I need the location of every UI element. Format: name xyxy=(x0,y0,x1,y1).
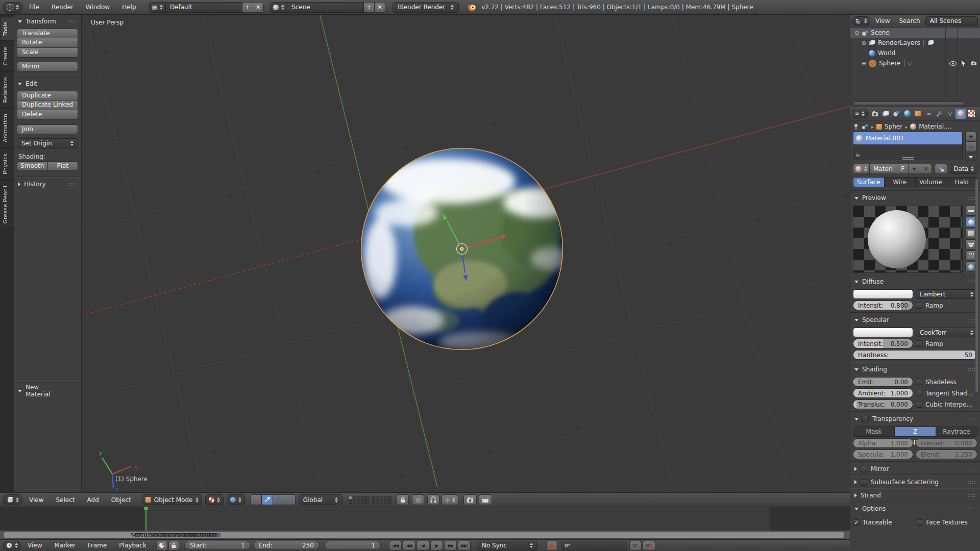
pin-icon[interactable] xyxy=(853,123,859,130)
tab-object-data[interactable]: ▽ xyxy=(945,109,955,119)
jump-to-end-button[interactable]: ▶▶| xyxy=(458,541,471,550)
layer-toggle[interactable] xyxy=(361,500,364,504)
duplicate-button[interactable]: Duplicate xyxy=(17,91,78,101)
history-panel-header[interactable]: History :::: xyxy=(14,177,81,190)
material-specials-button[interactable] xyxy=(965,153,976,161)
tab-world[interactable] xyxy=(902,109,912,119)
toolshelf-tab-tools[interactable]: Tools xyxy=(0,17,14,41)
diffuse-panel-header[interactable]: Diffuse :::: xyxy=(850,274,980,288)
menu-window[interactable]: Window xyxy=(80,3,115,12)
toolshelf-tab-create[interactable]: Create xyxy=(0,42,14,71)
translate-button[interactable]: Translate xyxy=(17,29,78,38)
view3d-menu-add[interactable]: Add xyxy=(82,495,105,505)
fresnel-slider[interactable]: Fresnel: 0.000 xyxy=(916,438,977,448)
transparency-ztransparency-tab[interactable]: Z Transpare... xyxy=(895,427,936,437)
transparency-mask-tab[interactable]: Mask xyxy=(853,427,895,437)
editor-type-outliner-button[interactable] xyxy=(852,16,870,26)
outliner-item-renderlayers[interactable]: ⊕ RenderLayers | xyxy=(850,38,980,48)
toolshelf-tab-physics[interactable]: Physics xyxy=(0,148,14,180)
emit-slider[interactable]: Emit: 0.00 xyxy=(853,377,913,387)
snap-element-select[interactable]: ⊹ xyxy=(442,494,458,505)
options-panel-header[interactable]: Options :::: xyxy=(850,502,980,515)
layers-widget-right[interactable] xyxy=(372,496,391,504)
translucency-slider[interactable]: Transluc: 0.000 xyxy=(853,399,913,409)
toolshelf-tab-grease-pencil[interactable]: Grease Pencil xyxy=(0,181,14,229)
specular-alpha-slider[interactable]: Specula: 1.000 xyxy=(853,449,913,459)
link-data-select[interactable]: Data xyxy=(950,164,977,174)
mirror-enable-checkbox[interactable] xyxy=(861,466,867,472)
properties-vertical-scrollbar[interactable] xyxy=(975,179,979,393)
auto-keyframe-toggle[interactable]: ● xyxy=(546,541,558,550)
manipulator-scale-toggle[interactable] xyxy=(284,494,296,505)
tab-object[interactable] xyxy=(913,109,923,119)
outliner-item-scene[interactable]: ⊖ Scene xyxy=(850,28,980,38)
material-type-halo[interactable]: Halo xyxy=(946,177,977,187)
tab-constraints[interactable]: ∞ xyxy=(923,109,934,119)
transparency-raytrace-tab[interactable]: Raytrace xyxy=(936,427,977,437)
scale-button[interactable]: Scale xyxy=(17,48,78,58)
layers-widget-left[interactable] xyxy=(349,496,369,504)
remove-material-slot-button[interactable]: − xyxy=(965,142,976,152)
play-reverse-button[interactable]: ◀ xyxy=(416,541,429,550)
browse-material-button[interactable] xyxy=(853,164,870,174)
layer-toggle[interactable] xyxy=(384,500,387,504)
visibility-eye-icon[interactable] xyxy=(949,61,957,66)
transparency-panel-header[interactable]: Transparency :::: xyxy=(850,412,980,425)
tangent-shading-checkbox[interactable] xyxy=(916,390,922,396)
toolshelf-tab-relations[interactable]: Relations xyxy=(0,72,14,108)
layer-toggle[interactable] xyxy=(380,496,383,499)
sss-panel-header[interactable]: Subsurface Scattering :::: xyxy=(850,475,980,488)
editor-type-info-button[interactable]: i xyxy=(3,2,22,13)
delete-scene-button[interactable]: ✕ xyxy=(375,2,385,13)
delete-layout-button[interactable]: ✕ xyxy=(253,2,264,13)
timeline-track[interactable] xyxy=(0,507,850,531)
insert-keyframe-button[interactable] xyxy=(629,541,642,550)
material-slot-list[interactable]: Material.001 ⊕ xyxy=(853,132,963,160)
specular-panel-header[interactable]: Specular :::: xyxy=(850,313,980,326)
material-name-field[interactable]: Materi xyxy=(870,164,897,174)
outliner-horizontal-scrollbar[interactable] xyxy=(853,102,965,105)
shading-panel-header[interactable]: Shading :::: xyxy=(850,362,980,375)
editor-type-timeline-button[interactable] xyxy=(3,541,21,550)
layer-toggle[interactable] xyxy=(349,496,352,499)
material-slot-active[interactable]: Material.001 xyxy=(853,132,962,144)
layer-toggle[interactable] xyxy=(365,500,369,504)
blend-slider[interactable]: Blend: 1.250 xyxy=(916,449,977,459)
lock-frame-toggle[interactable] xyxy=(168,541,179,550)
manipulator-translate-toggle[interactable] xyxy=(262,494,273,505)
mirror-panel-header[interactable]: Mirror :::: xyxy=(850,462,980,475)
duplicate-linked-button[interactable]: Duplicate Linked xyxy=(17,101,78,110)
layer-toggle[interactable] xyxy=(384,496,387,499)
diffuse-intensity-slider[interactable]: Intensit: 0.800 xyxy=(853,300,913,310)
alpha-slider[interactable]: Alpha: 1.000 xyxy=(853,438,913,448)
layer-toggle[interactable] xyxy=(388,496,391,499)
diffuse-ramp-checkbox[interactable] xyxy=(916,302,922,309)
start-frame-field[interactable]: Start: 1 xyxy=(184,541,251,550)
toolshelf-tab-animation[interactable]: Animation xyxy=(0,109,14,147)
outliner-display-filter[interactable]: All Scenes xyxy=(925,16,978,26)
layer-toggle[interactable] xyxy=(361,496,364,499)
breadcrumb-material[interactable]: Material.... xyxy=(919,123,951,130)
previous-keyframe-button[interactable]: ◀◀ xyxy=(403,541,415,550)
screen-layout-icon-button[interactable]: ▦ xyxy=(149,2,166,13)
tab-material[interactable] xyxy=(955,109,966,119)
manipulator-axes-toggle[interactable] xyxy=(250,494,262,505)
add-material-slot-button[interactable]: + xyxy=(965,132,976,142)
outliner-item-world[interactable]: World xyxy=(850,48,980,58)
viewport-3d[interactable]: y x z User Persp (1) Sphere xyxy=(82,15,850,492)
earth-sphere[interactable] xyxy=(361,148,577,353)
collapse-icon[interactable]: ⊖ xyxy=(854,30,859,36)
sync-mode-select[interactable]: No Sync xyxy=(477,541,538,550)
menu-file[interactable]: File xyxy=(23,3,45,12)
specular-intensity-slider[interactable]: Intensit: 0.500 xyxy=(853,339,913,348)
layer-toggle[interactable] xyxy=(372,496,375,499)
specular-ramp-checkbox[interactable] xyxy=(916,340,922,347)
tab-render[interactable] xyxy=(870,109,880,119)
layer-toggle[interactable] xyxy=(365,496,369,499)
transparency-enable-checkbox[interactable] xyxy=(862,416,869,422)
use-nodes-button[interactable] xyxy=(935,164,947,174)
diffuse-color-swatch[interactable] xyxy=(853,289,913,299)
layer-toggle[interactable] xyxy=(349,500,352,504)
timeline-menu-marker[interactable]: Marker xyxy=(48,541,81,550)
rotate-button[interactable]: Rotate xyxy=(17,38,78,48)
